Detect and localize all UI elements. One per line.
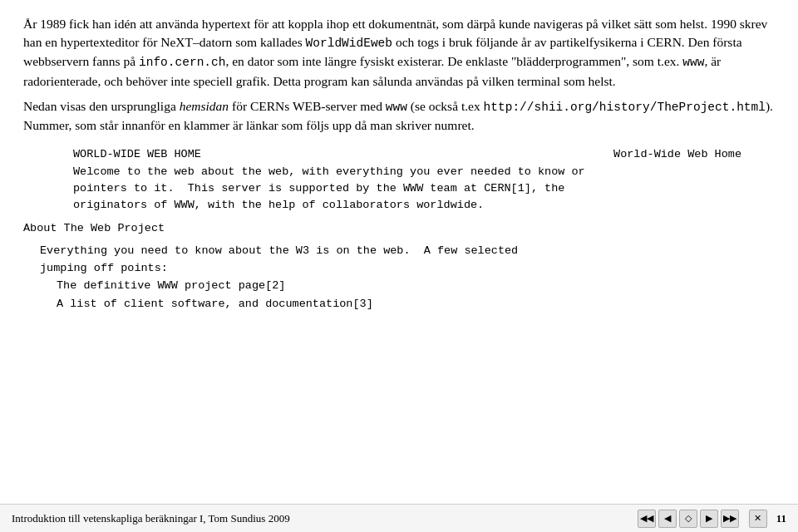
nav-close-button[interactable]: ✕ <box>749 510 767 528</box>
pre-left-title: WORLD-WIDE WEB HOME <box>73 146 585 163</box>
hemsidan-italic: hemsidan <box>180 99 229 113</box>
paragraph-2: Nedan visas den ursprungliga hemsidan fö… <box>23 97 775 135</box>
about-links: The definitive WWW project page[2] A lis… <box>23 277 775 313</box>
pre-right: World-Wide Web Home <box>585 146 775 214</box>
nav-diamond-button[interactable]: ◇ <box>679 510 697 528</box>
code-www: www <box>682 56 704 69</box>
nav-first-button[interactable]: ◀◀ <box>638 510 656 528</box>
nav-next-button[interactable]: ▶ <box>700 510 718 528</box>
code-worldwideweb: WorldWidEweb <box>306 37 392 50</box>
footer-nav: ◀◀ ◀ ◇ ▶ ▶▶ ✕ 11 <box>638 510 786 528</box>
about-section: About The Web Project Everything you nee… <box>23 222 775 313</box>
nav-last-button[interactable]: ▶▶ <box>721 510 739 528</box>
code-infocern: info.cern.ch <box>139 56 225 69</box>
footer: Introduktion till vetenskapliga beräknin… <box>0 504 798 532</box>
preformatted-block: WORLD-WIDE WEB HOME Welcome to the web a… <box>23 146 775 214</box>
pre-body: Welcome to the web about the web, with e… <box>73 164 585 214</box>
about-heading: About The Web Project <box>23 222 775 234</box>
paragraph-1: År 1989 fick han idén att använda hypert… <box>23 15 775 91</box>
main-content: År 1989 fick han idén att använda hypert… <box>0 0 798 504</box>
code-www-2: www <box>386 101 407 114</box>
about-body: Everything you need to know about the W3… <box>23 243 775 277</box>
page-number: 11 <box>776 512 786 525</box>
nav-prev-button[interactable]: ◀ <box>658 510 677 528</box>
code-url: http://shii.org/history/TheProject.html <box>484 101 766 114</box>
footer-title: Introduktion till vetenskapliga beräknin… <box>12 512 638 525</box>
world-wide-title: World-Wide Web Home <box>602 146 775 163</box>
pre-left: WORLD-WIDE WEB HOME Welcome to the web a… <box>23 146 585 214</box>
